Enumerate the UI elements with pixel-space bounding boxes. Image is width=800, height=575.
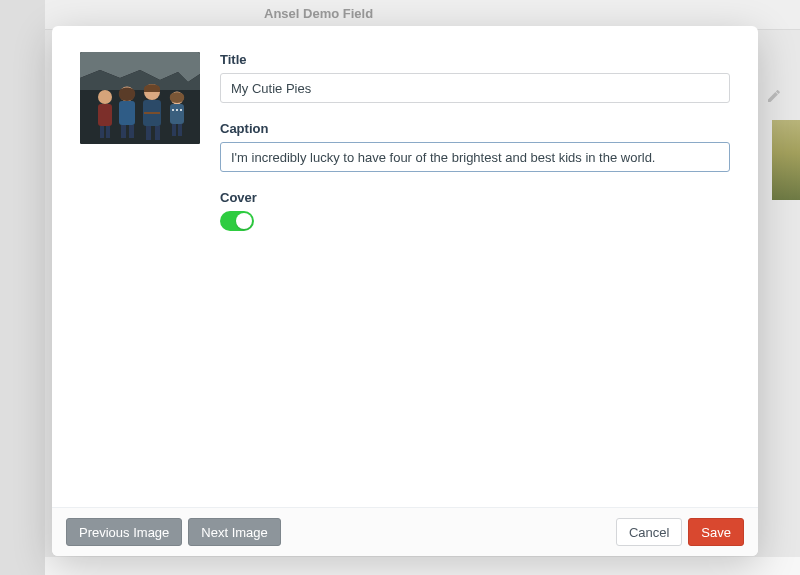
svg-rect-6: [100, 126, 104, 138]
svg-rect-16: [155, 126, 160, 140]
svg-rect-23: [178, 124, 182, 136]
svg-point-20: [176, 109, 178, 111]
field-caption: Caption: [220, 121, 730, 172]
previous-image-button[interactable]: Previous Image: [66, 518, 182, 546]
title-label: Title: [220, 52, 730, 67]
left-rail: [0, 0, 45, 575]
image-edit-modal: Title Caption Cover Previous Image Next …: [52, 26, 758, 556]
svg-point-21: [180, 109, 182, 111]
modal-footer: Previous Image Next Image Cancel Save: [52, 507, 758, 556]
title-input[interactable]: [220, 73, 730, 103]
cancel-button[interactable]: Cancel: [616, 518, 682, 546]
svg-rect-5: [98, 104, 112, 126]
svg-rect-7: [106, 126, 110, 138]
edit-icon[interactable]: [766, 88, 782, 108]
field-title: Title: [220, 52, 730, 103]
image-thumbnail[interactable]: [80, 52, 200, 144]
caption-input[interactable]: [220, 142, 730, 172]
background-bottom-strip: [45, 557, 800, 575]
footer-left: Previous Image Next Image: [66, 518, 281, 546]
svg-rect-15: [146, 126, 151, 140]
cover-toggle[interactable]: [220, 211, 254, 231]
next-image-button[interactable]: Next Image: [188, 518, 280, 546]
form: Title Caption Cover: [220, 52, 730, 497]
svg-rect-9: [119, 101, 135, 125]
section-header-label: Ansel Demo Field: [264, 6, 373, 21]
svg-rect-18: [170, 104, 184, 124]
svg-rect-11: [129, 125, 134, 138]
svg-point-19: [172, 109, 174, 111]
cover-label: Cover: [220, 190, 730, 205]
caption-label: Caption: [220, 121, 730, 136]
svg-rect-22: [172, 124, 176, 136]
save-button[interactable]: Save: [688, 518, 744, 546]
field-cover: Cover: [220, 190, 730, 231]
background-thumbnail: [772, 120, 800, 200]
svg-point-4: [98, 90, 112, 104]
svg-rect-10: [121, 125, 126, 138]
svg-rect-14: [144, 112, 160, 114]
modal-body: Title Caption Cover: [52, 26, 758, 507]
footer-right: Cancel Save: [616, 518, 744, 546]
